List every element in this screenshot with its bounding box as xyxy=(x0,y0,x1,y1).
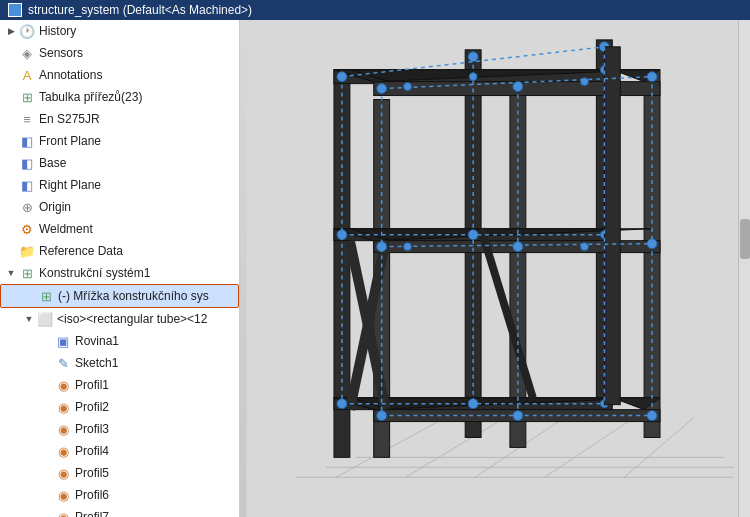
tree-label-profil7: Profil7 xyxy=(75,510,109,517)
tree-item-history[interactable]: ▶🕐History xyxy=(0,20,239,42)
tree-label-sensors: Sensors xyxy=(39,46,83,60)
tree-item-mrizka[interactable]: ⊞(-) Mřížka konstrukčního sys xyxy=(0,284,239,308)
tree-label-origin: Origin xyxy=(39,200,71,214)
feature-icon: ◉ xyxy=(54,508,72,517)
tree-item-profil3[interactable]: ◉Profil3 xyxy=(0,418,239,440)
tree-label-reference-data: Reference Data xyxy=(39,244,123,258)
tree-item-base[interactable]: ◧Base xyxy=(0,152,239,174)
tree-item-reference-data[interactable]: 📁Reference Data xyxy=(0,240,239,262)
tree-item-konstrukcni[interactable]: ▼⊞Konstrukční systém1 xyxy=(0,262,239,284)
expand-arrow[interactable]: ▼ xyxy=(4,268,18,278)
title-bar: structure_system (Default<As Machined>) xyxy=(0,0,750,20)
tree-item-right-plane[interactable]: ◧Right Plane xyxy=(0,174,239,196)
tree-label-base: Base xyxy=(39,156,66,170)
tree-label-mrizka: (-) Mřížka konstrukčního sys xyxy=(58,289,209,303)
tree-item-front-plane[interactable]: ◧Front Plane xyxy=(0,130,239,152)
tree-item-profil1[interactable]: ◉Profil1 xyxy=(0,374,239,396)
feature-icon: ◉ xyxy=(54,376,72,394)
tree-item-material[interactable]: ≡En S275JR xyxy=(0,108,239,130)
tree-item-iso-rect[interactable]: ▼⬜<iso><rectangular tube><12 xyxy=(0,308,239,330)
tree-label-tabulka: Tabulka přířezů(23) xyxy=(39,90,142,104)
scroll-thumb[interactable] xyxy=(740,219,750,259)
plane-icon: ◧ xyxy=(18,176,36,194)
tree-label-profil6: Profil6 xyxy=(75,488,109,502)
grid-icon: ⊞ xyxy=(18,264,36,282)
tree-label-sketch1: Sketch1 xyxy=(75,356,118,370)
tree-label-history: History xyxy=(39,24,76,38)
tree-label-right-plane: Right Plane xyxy=(39,178,101,192)
tree-label-profil1: Profil1 xyxy=(75,378,109,392)
tree-label-rovina1: Rovina1 xyxy=(75,334,119,348)
scrollbar[interactable] xyxy=(738,20,750,517)
feature-icon: ◉ xyxy=(54,398,72,416)
expand-arrow[interactable]: ▼ xyxy=(22,314,36,324)
tree-item-profil4[interactable]: ◉Profil4 xyxy=(0,440,239,462)
tree-item-profil7[interactable]: ◉Profil7 xyxy=(0,506,239,517)
tree-label-annotations: Annotations xyxy=(39,68,102,82)
origin-icon: ⊕ xyxy=(18,198,36,216)
plane-icon: ◧ xyxy=(18,132,36,150)
tree-label-front-plane: Front Plane xyxy=(39,134,101,148)
feature-icon: ◉ xyxy=(54,464,72,482)
tree-item-weldment[interactable]: ⚙Weldment xyxy=(0,218,239,240)
tree-label-material: En S275JR xyxy=(39,112,100,126)
main-content: ▶🕐History◈SensorsAAnnotations⊞Tabulka př… xyxy=(0,20,750,517)
tree-item-profil6[interactable]: ◉Profil6 xyxy=(0,484,239,506)
grid-icon: ⊞ xyxy=(37,287,55,305)
svg-rect-56 xyxy=(604,47,620,405)
viewport[interactable] xyxy=(240,20,750,517)
svg-point-54 xyxy=(404,83,412,91)
tree-item-sensors[interactable]: ◈Sensors xyxy=(0,42,239,64)
feature-icon: ◉ xyxy=(54,420,72,438)
tree-item-rovina1[interactable]: ▣Rovina1 xyxy=(0,330,239,352)
sketch-plane-icon: ▣ xyxy=(54,332,72,350)
expand-arrow[interactable]: ▶ xyxy=(4,26,18,36)
tree-label-profil3: Profil3 xyxy=(75,422,109,436)
tree-label-iso-rect: <iso><rectangular tube><12 xyxy=(57,312,207,326)
svg-point-55 xyxy=(580,78,588,86)
sketch-icon: ✎ xyxy=(54,354,72,372)
annotations-icon: A xyxy=(18,66,36,84)
feature-icon: ◉ xyxy=(54,442,72,460)
tree-item-profil5[interactable]: ◉Profil5 xyxy=(0,462,239,484)
tree-label-konstrukcni: Konstrukční systém1 xyxy=(39,266,150,280)
title-text: structure_system (Default<As Machined>) xyxy=(28,3,252,17)
tree-label-weldment: Weldment xyxy=(39,222,93,236)
tree-item-profil2[interactable]: ◉Profil2 xyxy=(0,396,239,418)
material-icon: ≡ xyxy=(18,110,36,128)
tree-item-sketch1[interactable]: ✎Sketch1 xyxy=(0,352,239,374)
tree-item-tabulka[interactable]: ⊞Tabulka přířezů(23) xyxy=(0,86,239,108)
plane-icon: ◧ xyxy=(18,154,36,172)
tree-label-profil4: Profil4 xyxy=(75,444,109,458)
tree-label-profil2: Profil2 xyxy=(75,400,109,414)
feature-icon: ◉ xyxy=(54,486,72,504)
clock-icon: 🕐 xyxy=(18,22,36,40)
sensor-icon: ◈ xyxy=(18,44,36,62)
tree-item-origin[interactable]: ⊕Origin xyxy=(0,196,239,218)
table-icon: ⊞ xyxy=(18,88,36,106)
weld-icon: ⚙ xyxy=(18,220,36,238)
folder-icon: 📁 xyxy=(18,242,36,260)
part-icon: ⬜ xyxy=(36,310,54,328)
tree-item-annotations[interactable]: AAnnotations xyxy=(0,64,239,86)
tree-label-profil5: Profil5 xyxy=(75,466,109,480)
structure-3d xyxy=(240,20,750,517)
viewport-background xyxy=(240,20,750,517)
feature-tree[interactable]: ▶🕐History◈SensorsAAnnotations⊞Tabulka př… xyxy=(0,20,240,517)
app-icon xyxy=(8,3,22,17)
